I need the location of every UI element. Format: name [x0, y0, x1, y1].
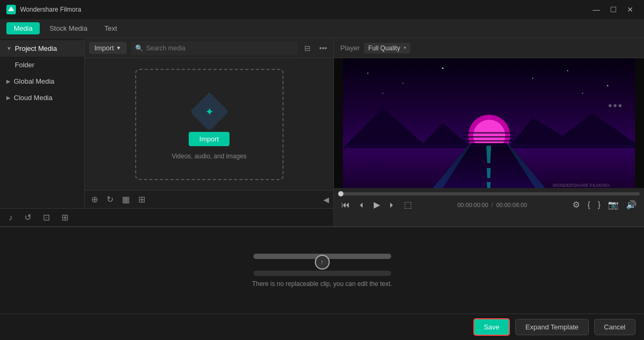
step-back-button[interactable]: ⏮	[338, 199, 353, 211]
sidebar-item-cloud-media[interactable]: ▶ Cloud Media	[0, 90, 84, 106]
cursor-indicator: ↑	[315, 255, 330, 270]
svg-point-21	[567, 70, 568, 71]
svg-rect-9	[463, 140, 516, 142]
timeline-section: ↑ There is no replaceable clip, you can …	[0, 226, 644, 314]
svg-point-19	[442, 67, 444, 69]
play-button[interactable]: ▶	[370, 199, 383, 211]
transform-button[interactable]: ⊞	[58, 211, 72, 223]
svg-marker-0	[8, 6, 14, 11]
maximize-button[interactable]: ☐	[606, 4, 621, 15]
progress-bar[interactable]	[338, 192, 640, 195]
filter-button[interactable]: ⊟	[302, 43, 313, 53]
more-options-button[interactable]: •••	[317, 43, 329, 53]
collapse-sidebar-button[interactable]: ◀	[323, 195, 329, 204]
player-controls: ⏮ ⏴ ▶ ⏵ ⬚ 00:00:00:00 / 00:00:08:00 ⚙ {	[334, 188, 644, 226]
save-button[interactable]: Save	[473, 318, 510, 336]
frame-back-button[interactable]: ⏴	[355, 200, 368, 210]
minimize-button[interactable]: —	[589, 4, 604, 15]
left-inner: ▼ Project Media Folder ▶ Global Media ▶ …	[0, 38, 333, 208]
sidebar-label-folder: Folder	[15, 61, 34, 69]
secondary-toolbar: ♪ ↺ ⊡ ⊞	[0, 208, 333, 226]
filmora-logo-icon: ✦	[205, 105, 214, 118]
timeline-bar-2	[253, 271, 391, 276]
close-button[interactable]: ✕	[623, 4, 638, 15]
svg-point-22	[607, 85, 608, 86]
tab-text[interactable]: Text	[97, 22, 125, 34]
svg-point-24	[582, 93, 583, 94]
tab-stock-media[interactable]: Stock Media	[42, 22, 95, 34]
right-controls: ⚙ { } 📷 🔊	[569, 199, 640, 211]
sidebar-item-project-media[interactable]: ▼ Project Media	[0, 40, 84, 57]
mark-in-button[interactable]: {	[584, 199, 593, 211]
media-content: Import ▼ 🔍 ⊟ •••	[85, 38, 333, 208]
sidebar-item-global-media[interactable]: ▶ Global Media	[0, 73, 84, 90]
settings-button[interactable]: ⚙	[569, 199, 583, 211]
expand-template-button[interactable]: Expand Template	[515, 319, 588, 335]
cancel-button[interactable]: Cancel	[594, 319, 636, 335]
crop-button[interactable]: ⊡	[40, 211, 53, 223]
progress-dot	[338, 191, 343, 196]
timeline-bar-2-wrap	[253, 271, 391, 276]
import-drop-button[interactable]: Import	[189, 132, 230, 146]
app-body: Media Stock Media Text ▼ Project Media F…	[0, 19, 644, 340]
svg-point-17	[367, 73, 368, 74]
sidebar-label-project-media: Project Media	[15, 44, 57, 52]
time-current: 00:00:00:00	[457, 202, 488, 208]
quality-select[interactable]: Full Quality 1/2 Quality 1/4 Quality	[364, 43, 410, 53]
refresh-button[interactable]: ↻	[104, 193, 116, 205]
import-label: Import	[94, 44, 114, 52]
time-section: 00:00:00:00 / 00:00:08:00	[457, 202, 527, 208]
snapshot-button[interactable]: 📷	[605, 199, 622, 211]
drop-zone-inner[interactable]: ↓ ✦ Import Videos, audio, and images	[135, 69, 284, 180]
sidebar-label-global-media: Global Media	[14, 77, 55, 85]
arrow-icon-global: ▶	[6, 78, 11, 84]
drop-description: Videos, audio, and images	[172, 153, 246, 160]
volume-button[interactable]: 🔊	[623, 199, 640, 211]
frame-forward-button[interactable]: ⏵	[385, 200, 399, 210]
player-video: WONDERSHARE FILMORA	[334, 58, 644, 188]
right-panel: Player Full Quality 1/2 Quality 1/4 Qual…	[334, 38, 644, 226]
app-logo	[6, 5, 16, 14]
player-header: Player Full Quality 1/2 Quality 1/4 Qual…	[334, 38, 644, 58]
arrow-icon-cloud: ▶	[6, 95, 11, 101]
sidebar: ▼ Project Media Folder ▶ Global Media ▶ …	[0, 38, 85, 208]
grid-view-button[interactable]: ▦	[120, 193, 132, 205]
no-clip-text: There is no replaceable clip, you can ed…	[252, 280, 392, 288]
top-tabs: Media Stock Media Text	[0, 19, 644, 38]
titlebar-left: Wondershare Filmora	[6, 5, 81, 14]
time-total: 00:00:08:00	[496, 202, 527, 208]
timeline-body: ↑ There is no replaceable clip, you can …	[0, 227, 644, 314]
search-box: 🔍	[131, 41, 298, 55]
audio-icon-button[interactable]: ♪	[5, 212, 16, 223]
svg-text:WONDERSHARE FILMORA: WONDERSHARE FILMORA	[553, 183, 610, 188]
svg-point-26	[608, 104, 612, 108]
video-preview: WONDERSHARE FILMORA	[334, 58, 644, 188]
mark-out-button[interactable]: }	[595, 199, 604, 211]
svg-point-18	[402, 83, 403, 84]
player-label: Player	[340, 44, 360, 52]
tab-media[interactable]: Media	[6, 22, 40, 34]
time-separator: /	[491, 202, 493, 208]
svg-point-27	[614, 104, 617, 108]
add-media-button[interactable]: ⊕	[89, 193, 100, 205]
search-input[interactable]	[146, 44, 294, 52]
undo-button[interactable]: ↺	[21, 211, 34, 223]
list-view-button[interactable]: ⊞	[136, 193, 147, 205]
sidebar-item-folder[interactable]: Folder	[0, 57, 84, 73]
svg-rect-7	[463, 132, 516, 133]
middle-section: ▼ Project Media Folder ▶ Global Media ▶ …	[0, 38, 644, 226]
titlebar: Wondershare Filmora — ☐ ✕	[0, 0, 644, 19]
import-chevron-icon: ▼	[116, 45, 121, 51]
svg-point-28	[619, 104, 622, 108]
playback-buttons: ⏮ ⏴ ▶ ⏵ ⬚	[338, 199, 415, 211]
crop-view-button[interactable]: ⬚	[401, 199, 415, 211]
media-toolbar: Import ▼ 🔍 ⊟ •••	[85, 38, 333, 58]
control-row: ⏮ ⏴ ▶ ⏵ ⬚ 00:00:00:00 / 00:00:08:00 ⚙ {	[338, 199, 640, 211]
svg-marker-12	[487, 168, 491, 178]
bottom-action-bar: Save Expand Template Cancel	[0, 314, 644, 340]
timeline-bar-container: ↑	[253, 254, 391, 259]
sidebar-label-cloud-media: Cloud Media	[14, 94, 52, 102]
cursor-icon: ↑	[321, 258, 324, 266]
left-panel: ▼ Project Media Folder ▶ Global Media ▶ …	[0, 38, 334, 226]
import-button[interactable]: Import ▼	[89, 42, 127, 54]
